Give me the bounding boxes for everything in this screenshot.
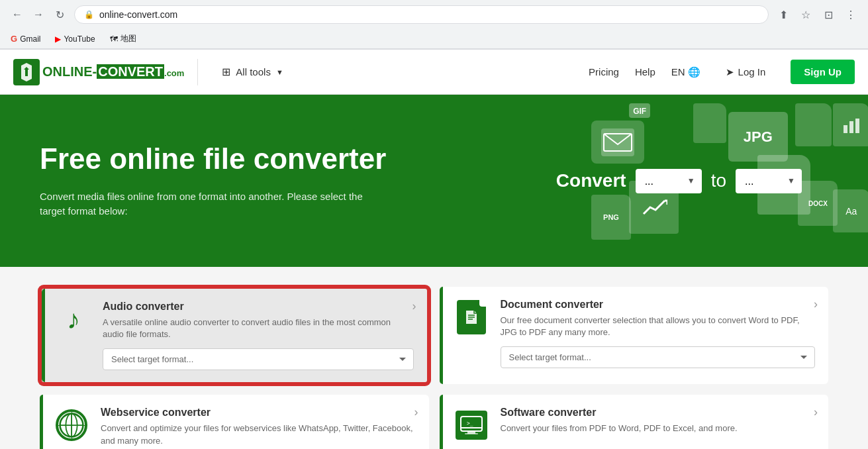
help-link[interactable]: Help <box>635 66 655 77</box>
gif-badge: GIF <box>629 103 650 118</box>
from-format-wrapper: ... <box>636 169 702 193</box>
lock-icon: 🔒 <box>84 10 94 19</box>
bookmark-maps[interactable]: 🗺 地图 <box>107 32 139 46</box>
to-format-wrapper: ... <box>736 169 802 193</box>
svg-rect-0 <box>601 128 634 156</box>
from-format-select[interactable]: ... <box>636 169 702 193</box>
jpg-file-icon: JPG <box>728 112 788 162</box>
logo-area: ONLINE-CONVERT.com <box>13 59 198 85</box>
to-label: to <box>711 170 726 191</box>
bookmarks-bar: G Gmail ▶ YouTube 🗺 地图 <box>0 29 868 49</box>
convert-label: Convert <box>556 170 626 191</box>
logo[interactable]: ONLINE-CONVERT.com <box>13 59 184 85</box>
music-icon: ♪ <box>67 305 80 334</box>
text-file-icon: Aa <box>833 189 868 232</box>
logo-icon <box>13 59 40 85</box>
doc-icon-wrap <box>453 299 490 336</box>
webservice-converter-card[interactable]: Webservice converter Convert and optimiz… <box>40 395 429 449</box>
logo-text-main: ONLINE-CONVERT.com <box>42 64 184 79</box>
grid-icon: ⊞ <box>222 66 230 78</box>
converter-cards-grid: ♪ Audio converter A versatile online aud… <box>40 287 828 449</box>
login-icon: ➤ <box>726 66 734 78</box>
main-content: ♪ Audio converter A versatile online aud… <box>0 267 868 449</box>
bookmark-button[interactable]: ☆ <box>796 5 815 24</box>
svg-rect-15 <box>465 433 478 434</box>
maps-label: 地图 <box>121 33 136 44</box>
bookmark-youtube[interactable]: ▶ YouTube <box>52 33 97 45</box>
bookmark-gmail[interactable]: G Gmail <box>8 32 43 45</box>
gmail-label: Gmail <box>20 34 40 44</box>
toolbar-actions: ⬆ ☆ ⊡ ⋮ <box>774 5 860 24</box>
share-button[interactable]: ⬆ <box>774 5 793 24</box>
forward-button[interactable]: → <box>29 5 48 24</box>
header-nav: Pricing Help EN 🌐 ➤ Log In Sign Up <box>589 60 855 84</box>
youtube-label: YouTube <box>64 34 95 44</box>
all-tools-button[interactable]: ⊞ All tools ▼ <box>211 60 293 83</box>
hero-left: Free online file converter Convert media… <box>40 142 556 219</box>
image-file-icon <box>795 103 832 146</box>
login-button[interactable]: ➤ Log In <box>716 61 775 83</box>
logo-text: ONLINE-CONVERT.com <box>42 64 184 79</box>
document-card-chevron: › <box>814 297 818 311</box>
software-icon: >_ <box>456 411 487 440</box>
chart-file-icon <box>833 103 868 146</box>
software-card-title: Software converter <box>501 407 816 419</box>
software-card-desc: Convert your files from PDF to Word, PDF… <box>501 423 816 434</box>
url-text: online-convert.com <box>99 9 177 20</box>
left-accent <box>440 395 443 449</box>
left-accent <box>40 395 43 449</box>
email-file-icon <box>591 121 644 164</box>
left-accent <box>42 289 45 382</box>
webservice-card-desc: Convert and optimize your files for webs… <box>101 423 416 446</box>
svg-rect-2 <box>844 125 847 133</box>
audio-card-chevron: › <box>412 299 416 313</box>
refresh-button[interactable]: ↻ <box>50 5 69 24</box>
document-icon <box>457 300 486 334</box>
language-selector[interactable]: EN 🌐 <box>671 66 700 78</box>
svg-point-9 <box>66 414 77 437</box>
webservice-icon <box>56 409 87 441</box>
back-button[interactable]: ← <box>8 5 26 24</box>
globe-icon: 🌐 <box>688 66 700 78</box>
audio-card-desc: A versatile online audio converter to co… <box>103 317 414 340</box>
document-card-title: Document converter <box>501 299 816 311</box>
browser-chrome: ← → ↻ 🔒 online-convert.com ⬆ ☆ ⊡ ⋮ G Gma… <box>0 0 868 50</box>
pricing-link[interactable]: Pricing <box>589 66 619 77</box>
to-format-select[interactable]: ... <box>736 169 802 193</box>
chevron-down-icon: ▼ <box>276 68 283 76</box>
svg-point-8 <box>60 414 83 437</box>
youtube-icon: ▶ <box>55 34 61 44</box>
sw-icon-wrap: >_ <box>453 407 490 444</box>
signup-button[interactable]: Sign Up <box>791 60 855 84</box>
document-format-select[interactable]: Select target format... <box>501 346 816 368</box>
document-card-desc: Our free document converter selection th… <box>501 315 816 338</box>
webservice-card-chevron: › <box>414 405 418 419</box>
webservice-card-title: Webservice converter <box>101 407 416 419</box>
png-file-icon: PNG <box>591 195 631 240</box>
svg-text:>_: >_ <box>467 421 473 426</box>
docx-file-icon: DOCX <box>798 181 838 226</box>
audio-card-title: Audio converter <box>103 301 414 313</box>
hero-title: Free online file converter <box>40 142 556 176</box>
document-card-body: Document converter Our free document con… <box>501 299 816 368</box>
software-card-body: Software converter Convert your files fr… <box>501 407 816 442</box>
menu-button[interactable]: ⋮ <box>842 5 860 24</box>
maps-icon: 🗺 <box>110 34 118 44</box>
hero-section: Free online file converter Convert media… <box>0 95 868 267</box>
lang-label: EN <box>671 66 685 77</box>
tab-menu-button[interactable]: ⊡ <box>819 5 838 24</box>
software-card-chevron: › <box>814 405 818 419</box>
web-icon-wrap <box>53 407 90 444</box>
left-accent <box>440 287 443 384</box>
hero-converter: Convert ... to ... <box>556 169 802 193</box>
nav-buttons: ← → ↻ <box>8 5 69 24</box>
site-header: ONLINE-CONVERT.com ⊞ All tools ▼ Pricing… <box>0 50 868 95</box>
address-bar[interactable]: 🔒 online-convert.com <box>74 5 769 24</box>
doc-file-icon <box>693 103 726 143</box>
software-converter-card[interactable]: >_ Software converter Convert your files… <box>440 395 829 449</box>
audio-converter-card[interactable]: ♪ Audio converter A versatile online aud… <box>40 287 429 384</box>
login-label: Log In <box>738 66 766 77</box>
all-tools-label: All tools <box>236 66 271 77</box>
document-converter-card[interactable]: Document converter Our free document con… <box>440 287 829 384</box>
audio-format-select[interactable]: Select target format... <box>103 348 414 370</box>
